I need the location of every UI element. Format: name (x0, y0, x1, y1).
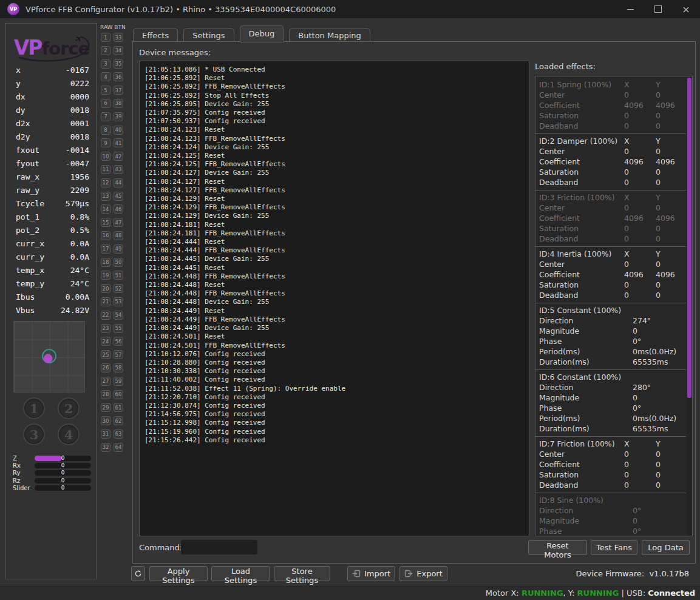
telemetry-label: y (16, 79, 21, 88)
firmware-label: Device Firmware: v1.0.17b8 (576, 566, 689, 581)
device-messages-label: Device messages: (139, 48, 211, 57)
raw-btn-14: 14 (101, 204, 110, 214)
telemetry-label: dx (16, 92, 25, 101)
telemetry-row-curr-y: curr_y0.0A (5, 250, 98, 263)
test-fans-button[interactable]: Test Fans (591, 540, 637, 555)
effect-param-value: 4096 (656, 100, 686, 110)
raw-btn-15: 15 (101, 218, 110, 227)
effect-param-value: 0 (656, 480, 686, 490)
effect-name: ID:5 Constant (100%) (539, 305, 686, 315)
raw-btn-13: 13 (101, 192, 110, 201)
effect-param-value: 0° (633, 505, 686, 516)
tab-settings[interactable]: Settings (183, 29, 234, 42)
tab-debug[interactable]: Debug (240, 25, 284, 42)
app-icon: VP (7, 3, 19, 15)
effect-param-value: 0 (656, 121, 686, 131)
telemetry-label: fyout (16, 159, 39, 168)
logo-force-text: force (42, 38, 90, 59)
apply-settings-button[interactable]: Apply Settings (149, 566, 208, 581)
raw-btn-40: 40 (114, 126, 123, 135)
telemetry-value: 0001 (70, 119, 89, 128)
raw-btn-50: 50 (114, 258, 123, 267)
raw-btn-33: 33 (114, 33, 123, 42)
effect-param-value: 0 (656, 280, 686, 290)
raw-btn-18: 18 (101, 258, 110, 267)
effect-param-label: Deadband (539, 290, 624, 300)
raw-btn-26: 26 (101, 363, 110, 372)
telemetry-value: 1956 (70, 172, 89, 181)
raw-btn-58: 58 (114, 363, 123, 372)
effect-item-id-8: ID:8 Sine (100%)Direction0°Magnitude0Pha… (535, 493, 686, 536)
slider-label: Z (13, 455, 35, 462)
refresh-button[interactable] (131, 566, 145, 581)
effect-param-value: 0ms(0.0Hz) (633, 346, 686, 357)
telemetry-label: curr_x (16, 239, 44, 248)
store-settings-button[interactable]: Store Settings (274, 566, 330, 581)
telemetry-row-fxout: fxout-0014 (5, 143, 98, 157)
device-messages-log[interactable]: [21:05:13.086] * USB Connected [21:06:25… (139, 61, 529, 536)
export-button[interactable]: Export (399, 566, 447, 581)
debug-tab-panel: Device messages: [21:05:13.086] * USB Co… (132, 41, 696, 564)
raw-btn-52: 52 (114, 284, 123, 293)
raw-btn-44: 44 (114, 178, 123, 187)
effect-col-x: X (624, 136, 656, 146)
slider-value: 0 (35, 470, 91, 476)
raw-btn-41: 41 (114, 138, 123, 147)
raw-btn-36: 36 (114, 72, 123, 81)
slider-value: 0 (35, 463, 91, 468)
effect-param-value: 0 (656, 203, 686, 213)
effects-scrollbar[interactable] (687, 76, 692, 536)
effect-param-value: 65535ms (633, 357, 686, 367)
effect-param-label: Magnitude (539, 393, 633, 403)
effect-item-id-3: ID:3 Friction (100%)XYCenter00Coefficien… (535, 190, 686, 247)
raw-btn-56: 56 (114, 337, 123, 346)
telemetry-row-temp-y: temp_y24°C (5, 277, 98, 290)
log-data-button[interactable]: Log Data (642, 540, 690, 555)
loaded-effects-list[interactable]: ID:1 Spring (100%)XYCenter00Coefficient4… (535, 76, 693, 536)
minimize-button[interactable] (616, 0, 644, 18)
effect-name: ID:4 Inertia (100%) (539, 249, 624, 259)
effects-scrollbar-thumb[interactable] (687, 78, 692, 398)
command-input[interactable] (181, 540, 257, 554)
telemetry-value: 24.82V (61, 306, 89, 315)
telemetry-row-x: x-0167 (5, 63, 98, 76)
effect-param-value: 280° (633, 382, 686, 393)
raw-btn-51: 51 (114, 271, 123, 280)
effect-param-value: 0 (624, 90, 656, 100)
main-area: ✈ VPforce x-0167y0222dx0000dy0018d2x0001… (0, 18, 700, 586)
tab-button-mapping[interactable]: Button Mapping (289, 29, 370, 42)
raw-btn-22: 22 (101, 311, 110, 320)
telemetry-value: -0167 (66, 66, 89, 75)
effect-param-value: 0 (633, 326, 686, 336)
telemetry-row-temp-x: temp_x24°C (5, 263, 98, 277)
usb-status: Connected (648, 588, 695, 598)
effect-param-value: 4096 (624, 269, 656, 280)
telemetry-label: pot_1 (16, 212, 39, 221)
raw-btn-54: 54 (114, 311, 123, 320)
effect-item-id-7: ID:7 Friction (100%)XYCenter00Coefficien… (535, 437, 686, 493)
close-button[interactable]: × (672, 0, 700, 18)
effect-col-x: X (624, 79, 656, 90)
export-button-label: Export (416, 569, 443, 578)
telemetry-label: Tcycle (16, 199, 44, 208)
import-button[interactable]: Import (347, 566, 395, 581)
raw-btn-20: 20 (101, 284, 110, 293)
reset-motors-button[interactable]: Reset Motors (528, 540, 587, 555)
raw-btn-4: 4 (101, 72, 110, 81)
load-settings-button[interactable]: Load Settings (211, 566, 270, 581)
effect-param-label: Deadband (539, 480, 624, 490)
slider-row-rz: Rz0 (13, 477, 93, 484)
tab-effects[interactable]: Effects (133, 29, 178, 42)
telemetry-label: raw_y (16, 186, 39, 195)
effect-item-id-2: ID:2 Damper (100%)XYCenter00Coefficient4… (535, 134, 686, 190)
axis-button-4: 4 (58, 423, 80, 445)
raw-btn-30: 30 (101, 416, 110, 425)
maximize-button[interactable] (644, 0, 672, 18)
telemetry-value: 24°C (70, 279, 89, 288)
raw-btn-16: 16 (101, 231, 110, 240)
effect-param-label: Saturation (539, 167, 624, 177)
effect-param-value: 4096 (624, 213, 656, 223)
telemetry-value: 24°C (70, 266, 89, 275)
raw-btn-43: 43 (114, 165, 123, 174)
refresh-icon (134, 570, 142, 578)
